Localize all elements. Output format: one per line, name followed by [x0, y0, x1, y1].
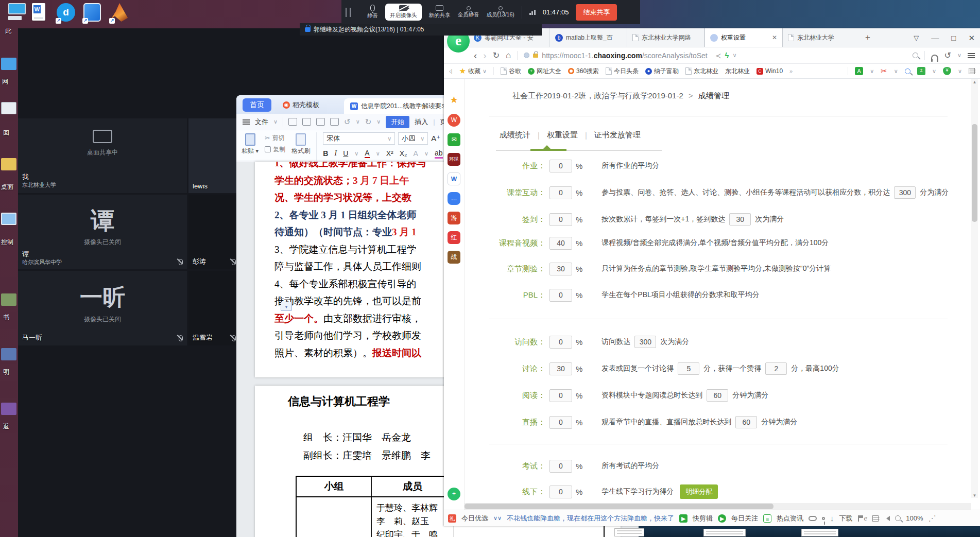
download-arrow-icon[interactable]: ↓	[830, 514, 834, 523]
points-input[interactable]	[678, 362, 699, 375]
meeting-title-bar[interactable]: 郭继峰发起的视频会议(13/16) | 01:47:05	[300, 23, 542, 36]
tile-mayixin[interactable]: 一昕 摄像头已关闭 马一昕	[18, 271, 187, 345]
wordart-button[interactable]: A	[414, 149, 418, 158]
this-pc-icon[interactable]	[8, 3, 28, 23]
tab-close-icon[interactable]: ✕	[772, 34, 777, 41]
game-center-icon[interactable]: ±	[917, 67, 925, 75]
weight-input-pbl[interactable]	[549, 289, 572, 302]
browser-tab-active[interactable]: 权重设置✕	[704, 28, 783, 47]
screenshot-scissors-icon[interactable]: ✂	[881, 66, 887, 76]
undo-icon[interactable]: ↺	[344, 117, 351, 127]
end-share-button[interactable]: 结束共享	[576, 4, 617, 21]
folder-icon[interactable]	[1, 58, 16, 70]
bookmark-google[interactable]: 谷歌	[501, 67, 521, 76]
cut-button[interactable]: ✂剪切	[265, 132, 285, 144]
word-document-icon[interactable]: W	[32, 3, 51, 23]
superscript-button[interactable]: X²	[386, 149, 393, 158]
collapse-icon[interactable]: ‹|	[449, 68, 453, 74]
blue-app-icon[interactable]: ↗	[83, 3, 103, 23]
paste-button[interactable]: 粘贴 ▾	[242, 132, 259, 161]
threshold-input[interactable]	[634, 336, 656, 348]
history-undo-icon[interactable]: ↺	[944, 50, 951, 60]
gift-icon[interactable]: 礼	[448, 514, 456, 523]
home-button[interactable]: ⌂	[506, 50, 511, 61]
flag-icon[interactable]	[858, 515, 859, 522]
vertical-scrollbar[interactable]: ▲ ▼	[971, 79, 978, 498]
save-icon[interactable]	[288, 118, 297, 126]
popup-window-2[interactable]	[703, 529, 746, 536]
format-painter-button[interactable]: 格式刷	[291, 132, 310, 161]
bookmark-nefu-2[interactable]: 东北林业	[725, 67, 750, 76]
weight-input-exam[interactable]	[549, 460, 572, 473]
tile-tan[interactable]: 谭 摄像头已关闭 谭 哈尔滨风华中学	[18, 195, 187, 269]
dingtalk-icon[interactable]: d↗	[57, 3, 76, 23]
weight-input-reading[interactable]	[549, 389, 572, 402]
weight-input-live[interactable]	[549, 416, 572, 429]
redo-icon[interactable]: ↻	[365, 117, 372, 127]
wps-home-tab[interactable]: 首页	[243, 98, 271, 112]
skin-icon[interactable]: ▽	[914, 34, 919, 42]
zoom-search-icon[interactable]	[895, 515, 901, 521]
tile-screen-share[interactable]: 桌面共享中 我 东北林业大学	[18, 118, 187, 193]
browser-tab-3[interactable]: 东北林业大学网络	[627, 28, 704, 47]
weight-input-discussion[interactable]	[549, 362, 572, 375]
minimize-button[interactable]: —	[931, 33, 939, 42]
weight-input-signin[interactable]	[549, 213, 572, 226]
wps-docer-tab[interactable]: ◉稻壳模板	[283, 100, 319, 110]
wps-document-tab[interactable]: W信息学院201...线教学解读要求	[344, 98, 454, 114]
find-icon[interactable]	[330, 118, 339, 126]
popup-window-3[interactable]	[801, 529, 838, 536]
camera-button[interactable]: 开启摄像头	[385, 4, 422, 21]
font-name-select[interactable]: 宋体∨	[323, 132, 395, 145]
browser-tab-2[interactable]: bmatlab上取整_百	[550, 28, 627, 47]
horizontal-scrollbar[interactable]	[465, 503, 971, 510]
translate-icon[interactable]: A	[855, 67, 863, 75]
speaker-icon[interactable]	[884, 516, 890, 521]
address-bar[interactable]: https://mooc1-1.chaoxing.com/scoreAnalys…	[524, 51, 906, 60]
menu-icon[interactable]	[968, 55, 975, 56]
find-zoom-icon[interactable]	[905, 68, 910, 74]
ribbon-tab-start[interactable]: 开始	[386, 116, 409, 128]
share-icon[interactable]: ≺	[715, 51, 721, 60]
tab-certificates[interactable]: 证书发放管理	[594, 130, 641, 140]
like-points-input[interactable]	[765, 362, 787, 375]
hamburger-icon[interactable]	[243, 122, 250, 123]
tab-weight-settings[interactable]: 权重设置	[547, 130, 578, 140]
font-color-button[interactable]: A	[365, 149, 369, 158]
sidebar-game-icon-2[interactable]: 战	[448, 251, 460, 264]
highlight-button[interactable]: ab	[435, 149, 443, 159]
multi-window-icon[interactable]	[872, 515, 879, 522]
app-icon-2[interactable]	[1, 403, 16, 415]
new-tab-button[interactable]: +	[860, 28, 875, 47]
ie-icon[interactable]: e	[864, 514, 868, 523]
sidebar-green-app-icon[interactable]: +	[448, 488, 460, 500]
collapse-chevrons-icon[interactable]: ∨∨	[493, 515, 502, 522]
bookmark-wangzhidaquan[interactable]: +网址大全	[528, 67, 561, 76]
hot-news-link[interactable]: 热点资讯	[777, 514, 803, 523]
sidebar-mail-icon[interactable]: ✉	[448, 133, 460, 146]
bookmark-nazifule[interactable]: ●纳子富勒	[645, 67, 679, 76]
weight-input-quiz[interactable]	[549, 263, 572, 275]
minutes-input[interactable]	[735, 416, 757, 428]
overflow-icon[interactable]: »	[789, 68, 793, 74]
maximize-button[interactable]: □	[951, 33, 956, 42]
close-button[interactable]: ✕	[968, 33, 975, 43]
daily-picks-link[interactable]: 今日优选	[461, 514, 488, 523]
sidebar-xiaohongshu-icon[interactable]: 红	[448, 231, 460, 244]
minutes-input[interactable]	[707, 389, 728, 402]
detail-allocation-button[interactable]: 明细分配	[680, 484, 718, 499]
mute-button[interactable]: 静音	[367, 5, 378, 20]
zoom-level[interactable]: 100%	[906, 514, 923, 522]
paste-options-float[interactable]: ▾	[281, 302, 292, 311]
popup-window-1[interactable]	[614, 528, 644, 536]
sidebar-chat-icon[interactable]: …	[448, 192, 460, 205]
sidebar-huanqiu-icon[interactable]: 环球	[448, 153, 460, 166]
matlab-icon[interactable]: ↗	[110, 3, 130, 23]
ribbon-tab-insert[interactable]: 插入	[415, 117, 428, 127]
recycle-bin-icon[interactable]	[1, 102, 16, 114]
kuaijianji-link[interactable]: 快剪辑	[693, 514, 713, 523]
underline-button[interactable]: U	[343, 149, 348, 158]
print-preview-icon[interactable]	[316, 118, 325, 126]
pin-icon[interactable]	[822, 517, 825, 520]
refresh-button[interactable]: ↻	[493, 50, 500, 60]
